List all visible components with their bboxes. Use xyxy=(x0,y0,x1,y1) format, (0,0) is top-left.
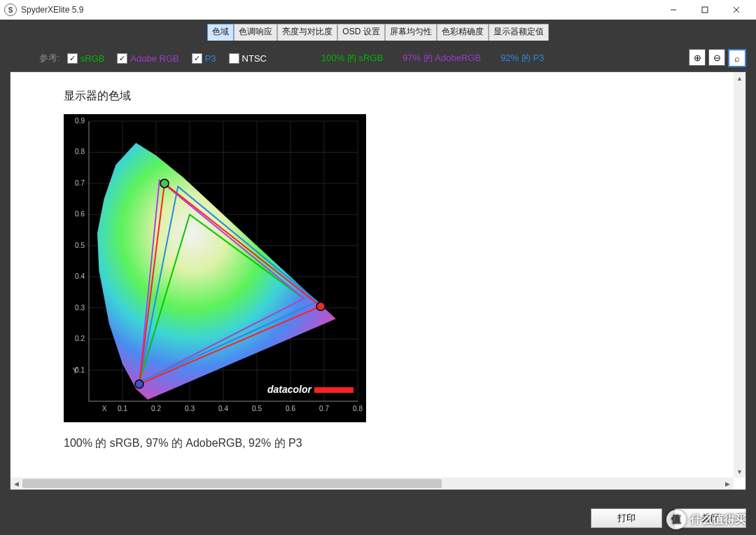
svg-text:0.7: 0.7 xyxy=(75,179,85,187)
svg-point-44 xyxy=(135,380,144,389)
checkbox-icon[interactable] xyxy=(192,53,202,64)
tab-3[interactable]: OSD 设置 xyxy=(337,24,384,41)
reference-bar: 参考: sRGBAdobe RGBP3NTSC 100% 的 sRGB97% 的… xyxy=(39,46,746,70)
svg-text:0.8: 0.8 xyxy=(353,405,363,412)
svg-rect-1 xyxy=(702,7,708,13)
reference-item-label: NTSC xyxy=(242,53,267,64)
tab-6[interactable]: 显示器额定值 xyxy=(489,24,549,41)
svg-point-42 xyxy=(160,179,169,188)
checkbox-icon[interactable] xyxy=(117,53,127,64)
app-icon: S xyxy=(4,4,17,16)
scroll-right-icon[interactable]: ▶ xyxy=(722,478,734,489)
svg-text:0.2: 0.2 xyxy=(151,405,161,412)
checkbox-icon[interactable] xyxy=(67,53,78,64)
window-title: SpyderXElite 5.9 xyxy=(21,5,83,15)
scroll-left-icon[interactable]: ◀ xyxy=(10,478,22,489)
svg-text:datacolor: datacolor xyxy=(267,384,313,395)
client-area: 色域色调响应亮度与对比度OSD 设置屏幕均匀性色彩精确度显示器额定值 参考: s… xyxy=(0,20,756,535)
svg-rect-45 xyxy=(314,387,354,393)
zoom-reset-icon[interactable]: ⌕ xyxy=(728,49,746,67)
svg-text:0.3: 0.3 xyxy=(75,304,85,312)
vertical-scrollbar[interactable]: ▲ ▼ xyxy=(734,72,746,478)
tab-5[interactable]: 色彩精确度 xyxy=(437,24,489,41)
content-title: 显示器的色域 xyxy=(64,89,131,104)
svg-text:0.4: 0.4 xyxy=(218,405,228,412)
zoom-out-icon[interactable]: ⊖ xyxy=(708,49,725,66)
svg-text:X: X xyxy=(102,405,107,412)
checkbox-icon[interactable] xyxy=(229,53,239,64)
scroll-up-icon[interactable]: ▲ xyxy=(734,72,746,84)
bottom-button-row: 打印 关闭 xyxy=(591,508,746,528)
coverage-metric-2: 92% 的 P3 xyxy=(500,52,544,64)
svg-text:0.5: 0.5 xyxy=(252,405,262,412)
content-panel: ▲ ▼ ◀ ▶ 显示器的色域 0.10.20.30.40.50.60.70.80… xyxy=(10,71,746,490)
svg-text:0.2: 0.2 xyxy=(75,335,85,342)
svg-text:Y: Y xyxy=(73,367,78,375)
tab-0[interactable]: 色域 xyxy=(207,24,234,41)
svg-text:0.4: 0.4 xyxy=(75,272,85,280)
coverage-metric-0: 100% 的 sRGB xyxy=(321,52,383,64)
reference-item-adobergb[interactable]: Adobe RGB xyxy=(117,53,178,64)
close-window-button[interactable] xyxy=(720,0,752,20)
tab-4[interactable]: 屏幕均匀性 xyxy=(385,24,437,41)
maximize-button[interactable] xyxy=(689,0,720,20)
gamut-chart: 0.10.20.30.40.50.60.70.80.10.20.30.40.50… xyxy=(64,114,366,422)
svg-point-43 xyxy=(316,302,325,310)
scroll-down-icon[interactable]: ▼ xyxy=(734,466,746,478)
reference-item-p3[interactable]: P3 xyxy=(192,53,216,64)
title-bar: S SpyderXElite 5.9 xyxy=(0,0,756,20)
svg-text:0.9: 0.9 xyxy=(75,117,85,125)
print-button[interactable]: 打印 xyxy=(591,508,662,528)
reference-item-label: P3 xyxy=(205,53,216,64)
svg-text:0.8: 0.8 xyxy=(75,148,85,155)
minimize-button[interactable] xyxy=(657,0,689,20)
reference-item-srgb[interactable]: sRGB xyxy=(67,53,105,64)
close-button[interactable]: 关闭 xyxy=(675,508,746,528)
content-caption: 100% 的 sRGB, 97% 的 AdobeRGB, 92% 的 P3 xyxy=(64,436,302,451)
svg-text:0.6: 0.6 xyxy=(286,405,295,412)
svg-text:0.3: 0.3 xyxy=(185,405,195,412)
zoom-in-icon[interactable]: ⊕ xyxy=(689,49,706,66)
coverage-metric-1: 97% 的 AdobeRGB xyxy=(402,52,481,64)
svg-text:0.7: 0.7 xyxy=(319,405,329,412)
tab-1[interactable]: 色调响应 xyxy=(234,24,277,41)
reference-item-label: sRGB xyxy=(80,53,105,64)
reference-label: 参考: xyxy=(39,52,60,64)
tab-bar: 色域色调响应亮度与对比度OSD 设置屏幕均匀性色彩精确度显示器额定值 xyxy=(0,24,756,41)
reference-item-ntsc[interactable]: NTSC xyxy=(229,53,267,64)
horizontal-scrollbar[interactable]: ◀ ▶ xyxy=(10,478,734,489)
reference-item-label: Adobe RGB xyxy=(130,53,178,64)
svg-text:0.6: 0.6 xyxy=(75,210,85,218)
scrollbar-thumb[interactable] xyxy=(22,479,442,488)
tab-2[interactable]: 亮度与对比度 xyxy=(277,24,337,41)
svg-text:0.1: 0.1 xyxy=(118,405,127,412)
svg-text:0.5: 0.5 xyxy=(75,242,85,249)
